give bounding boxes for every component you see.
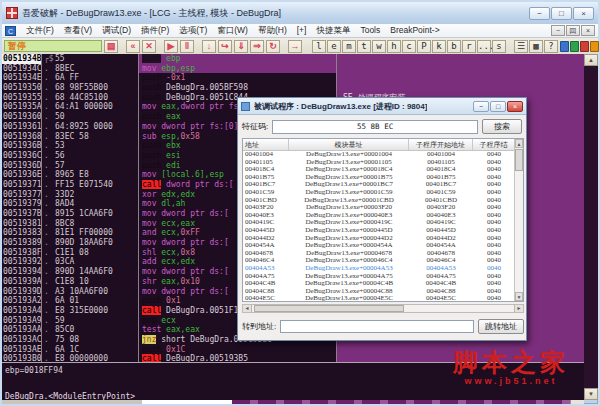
- table-row[interactable]: 004044D2DeBugDraw13.exe+000044D2004044D2…: [243, 235, 523, 243]
- disasm-row[interactable]: 005193B0.E8 00000000call DeBugDra.005193…: [2, 354, 584, 362]
- dialog-maximize-button[interactable]: □: [490, 101, 506, 112]
- disasm-row[interactable]: 0051934B┌$55push ebp: [2, 54, 584, 64]
- dialog-close-button[interactable]: ×: [507, 101, 523, 112]
- table-row[interactable]: 00401BC7DeBugDraw13.exe+00001BC700401BC7…: [243, 181, 523, 189]
- toolbar-letter-s-button[interactable]: s: [492, 40, 506, 53]
- table-vscroll-thumb[interactable]: [515, 149, 523, 171]
- trace-over-button[interactable]: ⇒: [250, 40, 264, 53]
- toolbar-letter-b-button[interactable]: b: [447, 40, 461, 53]
- minimize-button[interactable]: −: [529, 7, 550, 20]
- execute-till-return-button[interactable]: ↻: [266, 40, 280, 53]
- header-sub-end[interactable]: 子程序结: [473, 139, 515, 150]
- table-row[interactable]: 00401105DeBugDraw13.exe+0000110500401105…: [243, 159, 523, 167]
- disasm-row[interactable]: 005193AE.6A 1Cpush 0x1C: [2, 345, 584, 355]
- header-module-base[interactable]: 模块基址: [289, 139, 409, 150]
- toolbar-letter-h-button[interactable]: h: [387, 40, 401, 53]
- table-hscroll-thumb[interactable]: [254, 305, 404, 312]
- menu-item-7[interactable]: [+]: [292, 25, 312, 37]
- menu-item-6[interactable]: 帮助(H): [253, 25, 292, 37]
- mdi-minimize-button[interactable]: −: [551, 25, 565, 36]
- scroll-up-icon[interactable]: ▲: [584, 54, 598, 66]
- table-scroll-right-icon[interactable]: ►: [514, 305, 523, 312]
- disasm-row[interactable]: 0051934C.8BECmov ebp,esp: [2, 64, 584, 74]
- restart-button[interactable]: «: [126, 40, 140, 53]
- table-row[interactable]: 0040445DDeBugDraw13.exe+0000445D0040445D…: [243, 227, 523, 235]
- signature-input[interactable]: [272, 120, 478, 134]
- toolbar-letter-r-button[interactable]: r: [462, 40, 476, 53]
- menu-item-0[interactable]: 文件(F): [21, 25, 59, 37]
- table-row[interactable]: 0040419CDeBugDraw13.exe+0000419C0040419C…: [243, 219, 523, 227]
- toolbar-letter-t-button[interactable]: t: [357, 40, 371, 53]
- table-row[interactable]: 00401B75DeBugDraw13.exe+00001B7500401B75…: [243, 174, 523, 182]
- table-row[interactable]: 0040454ADeBugDraw13.exe+0000454A0040454A…: [243, 242, 523, 250]
- toolbar-plugin-icon-1[interactable]: [570, 41, 579, 52]
- step-over-button[interactable]: ↪: [218, 40, 232, 53]
- goto-address-input[interactable]: [280, 320, 474, 333]
- dialog-minimize-button[interactable]: −: [473, 101, 489, 112]
- header-address[interactable]: 地址: [243, 139, 289, 150]
- table-row[interactable]: 00404E5CDeBugDraw13.exe+00004E5C00404E5C…: [243, 295, 523, 302]
- mdi-close-button[interactable]: ×: [581, 25, 595, 36]
- mdi-restore-button[interactable]: 回: [566, 25, 580, 36]
- table-row[interactable]: 00403F20DeBugDraw13.exe+00003F2000403F20…: [243, 204, 523, 212]
- step-into-button[interactable]: ↓: [202, 40, 216, 53]
- open-file-button[interactable]: ▤: [104, 40, 118, 53]
- table-scroll-up-icon[interactable]: ▲: [515, 139, 523, 148]
- table-scroll-left-icon[interactable]: ◄: [243, 305, 252, 312]
- disasm-row[interactable]: 0051934E.6A FFpush -0x1: [2, 73, 584, 83]
- close-button[interactable]: ×: [573, 7, 594, 20]
- toolbar-tail-button-1[interactable]: ▦: [529, 40, 543, 53]
- toolbar-letter-k-button[interactable]: k: [432, 40, 446, 53]
- go-to-button[interactable]: →: [288, 40, 302, 53]
- table-header[interactable]: 地址 模块基址 子程序开始地址 子程序结: [243, 139, 523, 151]
- table-row[interactable]: 004018C4DeBugDraw13.exe+000018C4004018C4…: [243, 166, 523, 174]
- menu-item-2[interactable]: 调试(D): [97, 25, 136, 37]
- table-scroll-down-icon[interactable]: ▼: [515, 292, 523, 301]
- menu-item-4[interactable]: 选项(T): [174, 25, 212, 37]
- table-row[interactable]: 00404A75DeBugDraw13.exe+00004A7500404A75…: [243, 273, 523, 281]
- toolbar-tail-button-0[interactable]: ☰: [514, 40, 528, 53]
- table-row[interactable]: 00401CBDDeBugDraw13.exe+00001CBD00401CBD…: [243, 197, 523, 205]
- search-button[interactable]: 搜索: [482, 119, 522, 134]
- table-row[interactable]: 00404C88DeBugDraw13.exe+00004C8800404C88…: [243, 288, 523, 296]
- table-horizontal-scrollbar[interactable]: ◄ ►: [242, 304, 524, 313]
- toolbar-letter-l-button[interactable]: l: [312, 40, 326, 53]
- close-process-button[interactable]: ✕: [142, 40, 156, 53]
- toolbar-letter-P-button[interactable]: P: [417, 40, 431, 53]
- table-row[interactable]: 00404C4BDeBugDraw13.exe+00004C4B00404C4B…: [243, 280, 523, 288]
- toolbar-plugin-icon-0[interactable]: [560, 41, 569, 52]
- table-row[interactable]: 00404678DeBugDraw13.exe+0000467800404678…: [243, 250, 523, 258]
- run-button[interactable]: ▶: [164, 40, 178, 53]
- toolbar-tail-button-2[interactable]: ?: [544, 40, 558, 53]
- table-row[interactable]: 00404A53DeBugDraw13.exe+00004A5300404A53…: [243, 265, 523, 273]
- trace-into-button[interactable]: ⇓: [234, 40, 248, 53]
- menu-item-1[interactable]: 查看(V): [59, 25, 97, 37]
- table-row[interactable]: 004046C4DeBugDraw13.exe+000046C4004046C4…: [243, 257, 523, 265]
- table-row[interactable]: 004040E3DeBugDraw13.exe+000040E3004040E3…: [243, 212, 523, 220]
- dialog-title-bar[interactable]: 被调试程序 : DeBugDraw13.exe [进程ID : 9804] − …: [238, 98, 526, 115]
- toolbar-plugin-icon-2[interactable]: [580, 41, 589, 52]
- menu-item-10[interactable]: BreakPoint->: [385, 25, 444, 37]
- menu-item-9[interactable]: Tools: [355, 25, 385, 37]
- toolbar-letter-m-button[interactable]: m: [342, 40, 356, 53]
- pause-button[interactable]: ‖: [180, 40, 194, 53]
- menu-item-3[interactable]: 插件(P): [136, 25, 174, 37]
- table-vertical-scrollbar[interactable]: ▲ ▼: [514, 139, 523, 301]
- maximize-button[interactable]: □: [551, 7, 572, 20]
- disasm-vertical-scrollbar[interactable]: ▲ ▼: [584, 54, 598, 400]
- bottom-status-strip[interactable]: [2, 400, 584, 404]
- toolbar-letter-c-button[interactable]: c: [402, 40, 416, 53]
- toolbar-letter-w-button[interactable]: w: [372, 40, 386, 53]
- menu-item-5[interactable]: 窗口(W): [212, 25, 253, 37]
- toolbar-letter-e-button[interactable]: e: [327, 40, 341, 53]
- goto-button[interactable]: 跳转地址: [478, 319, 524, 334]
- disasm-row[interactable]: 00519350.68 98F55B00push DeBugDra.005BF5…: [2, 83, 584, 93]
- menu-item-8[interactable]: 快捷菜单: [311, 25, 355, 37]
- header-sub-start[interactable]: 子程序开始地址: [409, 139, 473, 150]
- scroll-down-icon[interactable]: ▼: [584, 388, 598, 400]
- hscroll-thumb[interactable]: [142, 400, 232, 404]
- table-row[interactable]: 00401C59DeBugDraw13.exe+00001C5900401C59…: [243, 189, 523, 197]
- table-row[interactable]: 00401004DeBugDraw13.exe+0000100400401004…: [243, 151, 523, 159]
- title-bar[interactable]: 吾爱破解 - DeBugDraw13.exe - [LCG - 主线程, 模块 …: [2, 2, 598, 24]
- toolbar-plugin-icon-3[interactable]: [590, 41, 599, 52]
